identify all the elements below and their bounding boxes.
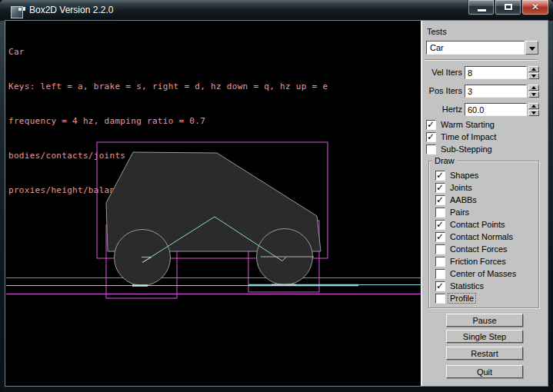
hertz-row: Hertz [421, 103, 548, 116]
arrow-up-icon [531, 86, 536, 89]
time-of-impact-label: Time of Impact [441, 132, 496, 141]
tests-dropdown[interactable]: Car [426, 41, 538, 55]
friction-forces-label: Friction Forces [450, 257, 506, 266]
tests-dropdown-arrow-button[interactable] [525, 41, 538, 55]
time-of-impact-checkbox[interactable] [426, 132, 436, 142]
aabbs-checkbox[interactable] [435, 195, 445, 205]
separator [425, 59, 538, 61]
restart-button[interactable]: Restart [446, 347, 523, 360]
vel-iters-input[interactable] [465, 66, 527, 79]
minimize-button[interactable] [468, 0, 495, 15]
pairs-label: Pairs [450, 208, 469, 217]
client-area: Car Keys: left = a, brake = s, right = d… [5, 21, 548, 386]
sub-stepping-checkbox[interactable] [426, 145, 436, 154]
statistics-checkbox[interactable] [435, 281, 445, 291]
vel-iters-down-button[interactable] [528, 73, 539, 79]
vel-iters-spinner [528, 66, 539, 79]
arrow-up-icon [531, 105, 536, 108]
joints-checkbox[interactable] [435, 183, 445, 193]
hertz-spinner [528, 103, 539, 116]
hertz-up-button[interactable] [528, 103, 539, 109]
contact-points-checkbox[interactable] [435, 220, 445, 230]
hertz-down-button[interactable] [528, 110, 539, 116]
maximize-icon [505, 4, 512, 10]
statistics-label: Statistics [450, 281, 484, 291]
contact-points-label: Contact Points [450, 220, 505, 229]
arrow-up-icon [531, 68, 536, 71]
shapes-label: Shapes [450, 171, 478, 180]
arrow-down-icon [531, 75, 536, 78]
vel-iters-label: Vel Iters [421, 68, 462, 77]
quit-button[interactable]: Quit [446, 365, 523, 378]
single-step-button[interactable]: Single Step [446, 330, 523, 343]
tests-label: Tests [427, 27, 447, 36]
arrow-down-icon [531, 93, 536, 96]
pos-iters-spinner [528, 85, 539, 98]
shapes-checkbox[interactable] [435, 171, 445, 181]
vel-iters-up-button[interactable] [528, 66, 539, 72]
profile-label: Profile [448, 294, 475, 303]
pos-iters-down-button[interactable] [528, 91, 539, 98]
controls-panel: Tests Car Vel Iters Pos Iters [421, 21, 548, 386]
draw-group: Draw Shapes Joints AABBs Pairs [428, 161, 539, 308]
profile-checkbox[interactable] [435, 294, 445, 304]
contact-forces-checkbox[interactable] [435, 244, 445, 254]
aabbs-label: AABBs [450, 195, 477, 204]
contact-normals-label: Contact Normals [450, 232, 513, 241]
center-of-masses-label: Center of Masses [450, 269, 516, 278]
vel-iters-row: Vel Iters [421, 66, 548, 79]
close-icon: ✕ [522, 2, 548, 12]
hertz-label: Hertz [421, 105, 462, 114]
app-window: Box2D Version 2.2.0 ✕ Car Keys: left = a… [0, 0, 553, 392]
caption-buttons: ✕ [468, 0, 549, 15]
hertz-input[interactable] [465, 103, 527, 116]
friction-forces-checkbox[interactable] [435, 257, 445, 267]
draw-group-title: Draw [432, 156, 457, 165]
tests-dropdown-value[interactable]: Car [426, 41, 525, 55]
chevron-down-icon [529, 47, 535, 51]
simulation-canvas[interactable]: Car Keys: left = a, brake = s, right = d… [5, 21, 421, 386]
title-bar[interactable]: Box2D Version 2.2.0 ✕ [0, 0, 553, 21]
joints-label: Joints [450, 183, 472, 192]
minimize-icon [478, 9, 486, 12]
scene-svg [5, 21, 421, 386]
sub-stepping-label: Sub-Stepping [441, 145, 492, 154]
pos-iters-up-button[interactable] [528, 85, 539, 91]
contact-forces-label: Contact Forces [450, 244, 508, 254]
warm-starting-checkbox[interactable] [426, 120, 436, 130]
pos-iters-input[interactable] [465, 85, 527, 98]
close-button[interactable]: ✕ [521, 0, 549, 15]
app-icon [11, 6, 23, 18]
pos-iters-row: Pos Iters [421, 85, 548, 98]
maximize-button[interactable] [495, 0, 521, 15]
arrow-down-icon [531, 111, 536, 115]
window-title: Box2D Version 2.2.0 [29, 5, 113, 15]
pos-iters-label: Pos Iters [421, 86, 462, 95]
contact-normals-checkbox[interactable] [435, 232, 445, 242]
pause-button[interactable]: Pause [446, 314, 523, 327]
warm-starting-label: Warm Starting [441, 120, 495, 129]
pairs-checkbox[interactable] [435, 208, 445, 218]
center-of-masses-checkbox[interactable] [435, 269, 445, 279]
